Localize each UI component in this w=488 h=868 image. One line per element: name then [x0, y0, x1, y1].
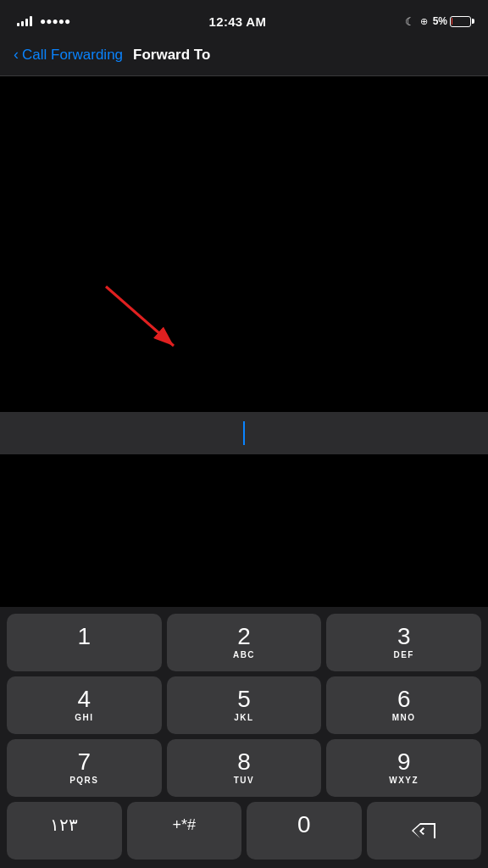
signal-bar-3: [25, 19, 28, 26]
dial-key-4[interactable]: 4 GHI: [7, 676, 162, 734]
carrier-label: ●●●●●: [40, 15, 70, 27]
battery-percent: 5%: [433, 15, 447, 27]
dial-row-1: 1 2 ABC 3 DEF: [7, 614, 481, 671]
dial-key-backspace[interactable]: [367, 802, 482, 860]
signal-bar-2: [21, 21, 24, 26]
nav-bar: ‹ Call Forwarding Forward To: [0, 37, 488, 76]
dial-key-6[interactable]: 6 MNO: [326, 676, 481, 734]
battery-icon: [450, 16, 471, 27]
dial-row-4: ١٢٣ +*# 0: [7, 802, 481, 860]
signal-bar-4: [30, 16, 32, 26]
dial-number-8: 8: [237, 750, 251, 774]
location-icon: ⊕: [420, 16, 428, 27]
signal-bar-1: [17, 23, 19, 26]
battery-fill: [452, 18, 452, 25]
dial-letters-5: JKL: [234, 713, 253, 724]
phone-input-bar[interactable]: [0, 412, 488, 454]
dial-number-123: ١٢٣: [50, 816, 78, 833]
dial-key-1[interactable]: 1: [7, 614, 162, 671]
dial-number-0: 0: [297, 813, 311, 837]
dial-letters-8: TUV: [234, 776, 255, 787]
dial-letters-6: MNO: [392, 713, 416, 724]
dial-letters-2: ABC: [233, 650, 255, 661]
time-label: 12:43 AM: [209, 14, 267, 29]
back-button[interactable]: ‹ Call Forwarding: [14, 47, 123, 64]
dial-letters-7: PQRS: [69, 776, 98, 787]
dial-number-5: 5: [237, 687, 251, 711]
dial-letters-9: WXYZ: [389, 776, 419, 787]
dial-key-5[interactable]: 5 JKL: [167, 676, 322, 734]
nav-title: Forward To: [133, 47, 210, 64]
text-cursor: [243, 421, 245, 445]
battery-container: 5%: [433, 15, 471, 27]
backspace-icon: [410, 821, 437, 840]
lower-black-area: [0, 454, 488, 607]
back-label: Call Forwarding: [22, 47, 123, 64]
status-right: ☾ ⊕ 5%: [405, 15, 471, 28]
dial-key-8[interactable]: 8 TUV: [167, 739, 322, 797]
dial-letters-3: DEF: [393, 650, 414, 661]
upper-black-area: [0, 76, 488, 412]
dial-key-7[interactable]: 7 PQRS: [7, 739, 162, 797]
dial-number-9: 9: [397, 750, 411, 774]
dial-number-2: 2: [237, 625, 251, 648]
svg-line-1: [106, 287, 174, 346]
dial-key-3[interactable]: 3 DEF: [326, 614, 481, 671]
dial-number-symbols: +*#: [172, 817, 196, 832]
dial-key-123[interactable]: ١٢٣: [7, 802, 122, 860]
chevron-left-icon: ‹: [14, 47, 19, 62]
status-bar: ●●●●● 12:43 AM ☾ ⊕ 5%: [0, 0, 488, 37]
dial-number-3: 3: [397, 625, 411, 648]
dial-row-2: 4 GHI 5 JKL 6 MNO: [7, 676, 481, 734]
dial-letters-4: GHI: [75, 713, 93, 724]
dial-number-4: 4: [78, 687, 92, 711]
dial-number-7: 7: [78, 750, 92, 774]
dial-number-6: 6: [397, 687, 411, 711]
dial-pad: 1 2 ABC 3 DEF 4 GHI 5 JKL 6 MNO 7 PQRS: [0, 607, 488, 868]
dial-key-9[interactable]: 9 WXYZ: [326, 739, 481, 797]
signal-bars: [17, 16, 32, 26]
dial-number-1: 1: [78, 625, 92, 648]
content-area: [0, 76, 488, 607]
arrow-annotation: [97, 278, 199, 363]
dial-key-0[interactable]: 0: [247, 802, 362, 860]
status-left: ●●●●●: [17, 15, 70, 27]
dial-key-symbols[interactable]: +*#: [127, 802, 242, 860]
dial-row-3: 7 PQRS 8 TUV 9 WXYZ: [7, 739, 481, 797]
moon-icon: ☾: [405, 15, 415, 28]
dial-key-2[interactable]: 2 ABC: [167, 614, 322, 671]
